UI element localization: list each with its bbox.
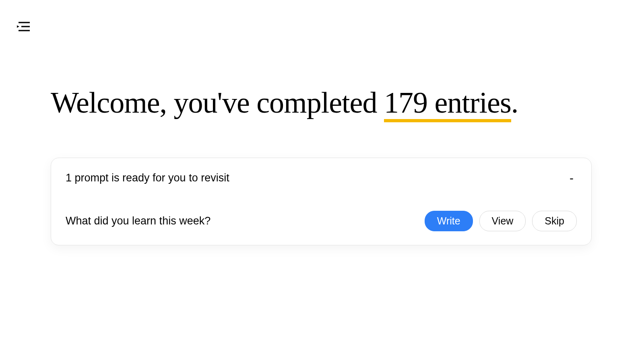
heading-prefix: Welcome, you've completed bbox=[51, 86, 384, 119]
heading-highlight: 179 entries bbox=[384, 86, 511, 119]
main-content: Welcome, you've completed 179 entries. 1… bbox=[0, 0, 644, 245]
svg-marker-2 bbox=[17, 25, 19, 28]
prompt-actions: Write View Skip bbox=[425, 211, 577, 231]
menu-icon bbox=[17, 21, 30, 32]
view-button[interactable]: View bbox=[479, 211, 526, 231]
skip-button[interactable]: Skip bbox=[532, 211, 577, 231]
prompt-card: 1 prompt is ready for you to revisit - W… bbox=[51, 158, 592, 245]
prompt-question: What did you learn this week? bbox=[66, 215, 211, 227]
menu-toggle-button[interactable] bbox=[15, 19, 31, 34]
prompt-card-title: 1 prompt is ready for you to revisit bbox=[66, 172, 229, 184]
heading-suffix: . bbox=[511, 86, 518, 119]
welcome-heading: Welcome, you've completed 179 entries. bbox=[51, 86, 592, 119]
prompt-card-body: What did you learn this week? Write View… bbox=[66, 211, 577, 231]
prompt-card-header: 1 prompt is ready for you to revisit - bbox=[66, 172, 577, 184]
write-button[interactable]: Write bbox=[425, 211, 473, 231]
collapse-toggle[interactable]: - bbox=[566, 172, 577, 184]
